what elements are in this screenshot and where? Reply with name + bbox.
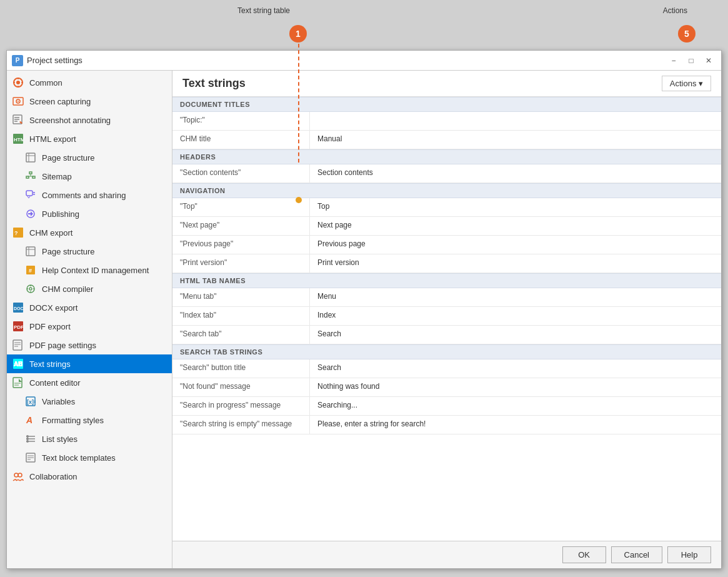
minimize-button[interactable]: − — [666, 54, 681, 68]
sidebar-item-html-export[interactable]: HTML HTML export — [7, 129, 172, 148]
table-row: "Next page" Next page — [172, 217, 721, 236]
value-print-version: Print version — [310, 254, 721, 273]
section-header-search-tab-strings: SEARCH TAB STRINGS — [172, 344, 721, 359]
key-print-version: "Print version" — [172, 254, 310, 273]
key-topic: "Topic:" — [172, 112, 310, 130]
title-bar: P Project settings − □ ✕ — [7, 51, 721, 71]
comments-sharing-icon — [24, 189, 37, 201]
value-section-contents: Section contents — [310, 164, 721, 183]
table-row: "Search string is empty" message Please,… — [172, 416, 721, 434]
screenshot-annotating-label: Screenshot annotating — [29, 116, 111, 125]
sidebar-item-comments-sharing[interactable]: Comments and sharing — [7, 186, 172, 204]
table-row: "Menu tab" Menu — [172, 288, 721, 307]
value-search-button-title: Search — [310, 359, 721, 378]
collaboration-label: Collaboration — [29, 472, 77, 481]
help-context-label: Help Context ID management — [42, 266, 149, 275]
section-header-navigation: NAVIGATION — [172, 183, 721, 198]
value-previous-page: Previous page — [310, 236, 721, 254]
svg-rect-24 — [26, 191, 32, 196]
svg-text:A: A — [26, 415, 32, 425]
section-header-headers: HEADERS — [172, 149, 721, 164]
sidebar-item-text-block-templates[interactable]: Text block templates — [7, 448, 172, 467]
sidebar-item-list-styles[interactable]: List styles — [7, 429, 172, 448]
comments-sharing-label: Comments and sharing — [42, 191, 126, 200]
pdf-export-label: PDF export — [29, 322, 71, 331]
sidebar-item-page-structure-2[interactable]: Page structure — [7, 242, 172, 261]
sidebar-item-screen-capturing[interactable]: Screen capturing — [7, 92, 172, 111]
value-index-tab: Index — [310, 307, 721, 325]
value-search-in-progress-message: Searching... — [310, 397, 721, 415]
key-search-string-empty-message: "Search string is empty" message — [172, 416, 310, 434]
dialog-footer: OK Cancel Help — [172, 541, 721, 568]
sidebar-item-variables[interactable]: [x]= Variables — [7, 392, 172, 411]
actions-button[interactable]: Actions ▾ — [662, 76, 711, 91]
text-string-table-label: Text string table — [237, 6, 290, 15]
text-strings-icon: AB — [12, 358, 24, 370]
key-menu-tab: "Menu tab" — [172, 288, 310, 306]
table-row: "Index tab" Index — [172, 307, 721, 326]
sidebar-item-chm-compiler[interactable]: CHM compiler — [7, 279, 172, 298]
value-menu-tab: Menu — [310, 288, 721, 306]
chm-export-label: CHM export — [29, 228, 72, 238]
chm-compiler-icon — [24, 283, 37, 295]
sidebar: Common Screen capturing — [7, 71, 172, 568]
svg-point-68 — [18, 473, 22, 477]
maximize-button[interactable]: □ — [684, 54, 699, 68]
sidebar-item-page-structure[interactable]: Page structure — [7, 148, 172, 167]
svg-point-36 — [29, 288, 32, 290]
sidebar-item-pdf-export[interactable]: PDF PDF export — [7, 317, 172, 336]
key-next-page: "Next page" — [172, 217, 310, 235]
table-row: "Section contents" Section contents — [172, 164, 721, 183]
value-search-tab: Search — [310, 326, 721, 344]
svg-rect-18 — [29, 172, 32, 174]
variables-icon: [x]= — [24, 395, 37, 408]
content-editor-icon — [12, 376, 24, 389]
key-chm-title: CHM title — [172, 131, 310, 149]
common-icon — [12, 76, 24, 89]
publishing-label: Publishing — [42, 209, 79, 219]
sidebar-item-content-editor[interactable]: Content editor — [7, 373, 172, 392]
sidebar-item-sitemap[interactable]: Sitemap — [7, 167, 172, 186]
help-button[interactable]: Help — [667, 546, 711, 563]
key-top: "Top" — [172, 198, 310, 216]
table-row: "Topic:" — [172, 112, 721, 131]
sidebar-item-publishing[interactable]: Publishing — [7, 204, 172, 223]
key-section-contents: "Section contents" — [172, 164, 310, 183]
page-structure-2-icon — [24, 245, 37, 258]
screen-capturing-label: Screen capturing — [29, 97, 91, 106]
table-row: "Previous page" Previous page — [172, 236, 721, 254]
list-styles-label: List styles — [42, 434, 77, 444]
sidebar-item-help-context[interactable]: # Help Context ID management — [7, 261, 172, 279]
sidebar-item-formatting-styles[interactable]: A Formatting styles — [7, 411, 172, 429]
main-content: Text strings Actions ▾ DOCUMENT TITLES "… — [172, 71, 721, 568]
svg-text:[x]=: [x]= — [27, 399, 36, 405]
main-header: Text strings Actions ▾ — [172, 71, 721, 97]
sidebar-item-chm-export[interactable]: ? CHM export — [7, 223, 172, 242]
sidebar-item-text-strings[interactable]: AB Text strings — [7, 354, 172, 373]
text-block-templates-label: Text block templates — [42, 453, 116, 463]
text-strings-label: Text strings — [29, 359, 71, 369]
sidebar-item-screenshot-annotating[interactable]: Screenshot annotating — [7, 111, 172, 129]
formatting-styles-icon: A — [24, 414, 37, 426]
sidebar-item-docx-export[interactable]: DOCX DOCX export — [7, 298, 172, 317]
section-header-html-tab-names: HTML TAB NAMES — [172, 273, 721, 288]
close-button[interactable]: ✕ — [701, 54, 716, 68]
ok-button[interactable]: OK — [562, 546, 606, 563]
sidebar-item-common[interactable]: Common — [7, 73, 172, 92]
dialog-body: Common Screen capturing — [7, 71, 721, 568]
svg-point-62 — [26, 440, 29, 443]
html-export-label: HTML export — [29, 134, 76, 144]
sidebar-item-collaboration[interactable]: Collaboration — [7, 467, 172, 486]
svg-text:?: ? — [14, 230, 18, 236]
formatting-styles-label: Formatting styles — [42, 416, 104, 425]
list-styles-icon — [24, 433, 37, 445]
common-label: Common — [29, 78, 62, 88]
value-top: Top — [310, 198, 721, 216]
sidebar-item-pdf-page-settings[interactable]: PDF page settings — [7, 336, 172, 354]
cancel-button[interactable]: Cancel — [611, 546, 662, 563]
svg-point-1 — [16, 81, 20, 84]
screen-capturing-icon — [12, 95, 24, 108]
svg-text:PDF: PDF — [14, 324, 24, 330]
page-structure-icon — [24, 151, 37, 164]
pdf-page-settings-label: PDF page settings — [29, 341, 96, 350]
